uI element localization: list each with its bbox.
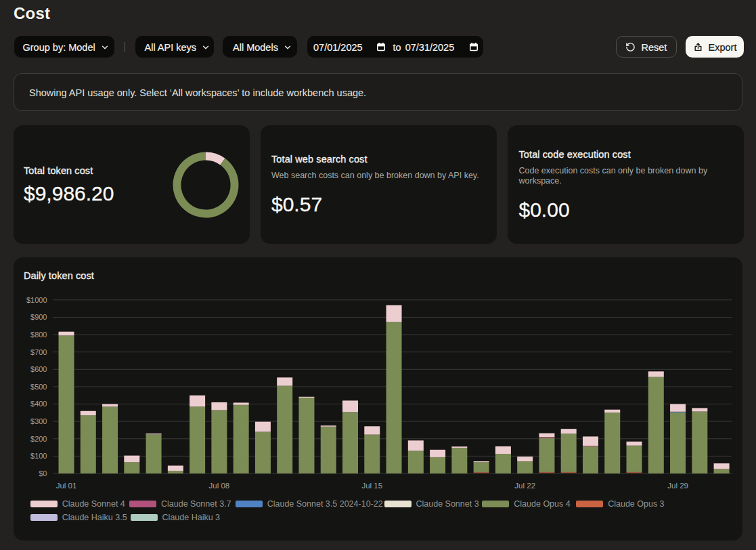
svg-text:$500: $500 [30, 383, 47, 391]
svg-text:$800: $800 [30, 331, 47, 339]
svg-text:$0: $0 [39, 469, 47, 478]
svg-text:$600: $600 [30, 365, 47, 373]
svg-text:$300: $300 [30, 417, 47, 425]
svg-text:$900: $900 [30, 313, 47, 321]
svg-text:$400: $400 [30, 400, 47, 408]
svg-text:Jul 08: Jul 08 [209, 482, 230, 490]
svg-text:Jul 29: Jul 29 [667, 482, 688, 490]
svg-text:$700: $700 [30, 348, 47, 356]
svg-text:$100: $100 [30, 452, 47, 460]
svg-text:Jul 22: Jul 22 [514, 482, 535, 490]
svg-text:Jul 15: Jul 15 [361, 482, 382, 490]
svg-text:Jul 01: Jul 01 [56, 482, 77, 490]
svg-text:$1000: $1000 [26, 296, 47, 304]
svg-text:$200: $200 [30, 435, 47, 443]
